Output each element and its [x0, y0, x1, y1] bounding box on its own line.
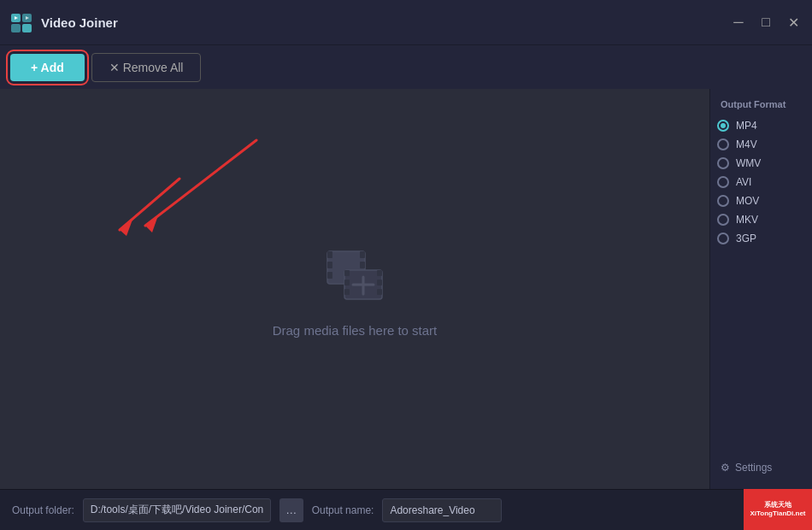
title-bar: Video Joiner ─ □ ✕: [0, 0, 812, 44]
svg-rect-18: [344, 270, 350, 276]
maximize-button[interactable]: □: [757, 14, 774, 31]
svg-marker-9: [120, 220, 132, 236]
format-options-list: MP4M4VWMVAVIMOVMKV3GP: [717, 120, 805, 450]
svg-line-6: [145, 140, 256, 226]
svg-rect-15: [360, 262, 365, 268]
add-button[interactable]: + Add: [10, 54, 85, 81]
svg-rect-19: [344, 280, 350, 286]
radio-mkv: [717, 214, 729, 226]
browse-folder-button[interactable]: …: [279, 498, 303, 522]
main-area: Drag media files here to start Output Fo…: [0, 89, 812, 489]
format-option-mov[interactable]: MOV: [717, 195, 805, 207]
remove-all-button[interactable]: ✕ Remove All: [91, 53, 202, 82]
drop-icon: [321, 241, 389, 309]
format-label-mov: MOV: [736, 195, 759, 207]
watermark-line1: 系统天地: [764, 501, 791, 509]
settings-button[interactable]: ⚙ Settings: [717, 456, 805, 479]
svg-marker-7: [145, 215, 158, 233]
close-button[interactable]: ✕: [785, 14, 802, 31]
app-logo-icon: [10, 10, 34, 34]
output-folder-input[interactable]: [83, 498, 271, 522]
format-label-mp4: MP4: [736, 120, 757, 132]
format-option-mp4[interactable]: MP4: [717, 120, 805, 132]
svg-line-8: [120, 179, 179, 230]
toolbar: + Add ✕ Remove All: [0, 44, 812, 89]
drop-zone-text: Drag media files here to start: [273, 323, 438, 338]
output-folder-label: Output folder:: [12, 504, 74, 516]
right-panel: Output Format MP4M4VWMVAVIMOVMKV3GP ⚙ Se…: [709, 89, 812, 489]
svg-rect-12: [327, 262, 332, 268]
format-label-m4v: M4V: [736, 138, 757, 150]
svg-rect-14: [360, 251, 365, 258]
radio-wmv: [717, 157, 729, 169]
format-label-wmv: WMV: [736, 157, 761, 169]
app-title: Video Joiner: [41, 15, 730, 30]
svg-rect-21: [377, 270, 382, 276]
settings-label: Settings: [735, 462, 772, 474]
format-label-avi: AVI: [736, 176, 751, 188]
svg-rect-22: [377, 280, 382, 286]
format-option-3gp[interactable]: 3GP: [717, 233, 805, 244]
svg-rect-11: [327, 251, 332, 258]
svg-rect-3: [22, 24, 32, 32]
watermark-line2: XiTongTianDi.net: [750, 509, 805, 518]
svg-rect-20: [344, 289, 350, 295]
radio-3gp: [717, 233, 729, 244]
format-label-mkv: MKV: [736, 214, 758, 226]
bottom-bar: Output folder: … Output name:: [0, 489, 812, 530]
format-label-3gp: 3GP: [736, 233, 756, 244]
radio-mov: [717, 195, 729, 207]
format-option-mkv[interactable]: MKV: [717, 214, 805, 226]
title-controls: ─ □ ✕: [730, 14, 802, 31]
format-option-m4v[interactable]: M4V: [717, 138, 805, 150]
svg-rect-23: [377, 289, 382, 295]
svg-rect-13: [327, 272, 332, 279]
svg-rect-2: [11, 24, 21, 32]
radio-mp4: [717, 120, 729, 132]
format-option-avi[interactable]: AVI: [717, 176, 805, 188]
radio-m4v: [717, 138, 729, 150]
format-option-wmv[interactable]: WMV: [717, 157, 805, 169]
arrow-annotation: [68, 132, 265, 251]
gear-icon: ⚙: [721, 462, 730, 474]
watermark: 系统天地 XiTongTianDi.net: [744, 489, 812, 530]
output-format-title: Output Format: [717, 99, 805, 109]
output-name-label: Output name:: [312, 504, 374, 516]
output-name-input[interactable]: [382, 498, 502, 522]
radio-avi: [717, 176, 729, 188]
minimize-button[interactable]: ─: [730, 14, 747, 31]
drop-zone[interactable]: Drag media files here to start: [0, 89, 709, 489]
